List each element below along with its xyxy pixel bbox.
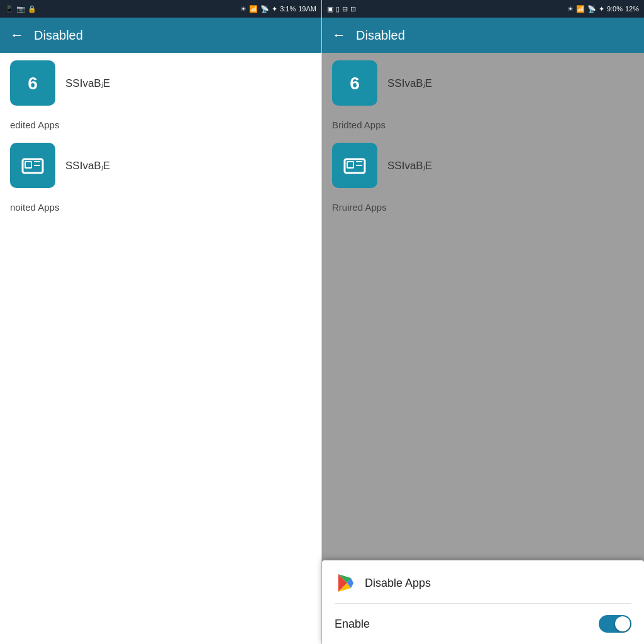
left-section-label-1: edited Apps: [0, 113, 321, 135]
right-phone-icon: ▯: [336, 5, 340, 13]
right-section-label-1: Bridted Apps: [322, 113, 644, 135]
app-icon-svg-2: [18, 150, 48, 180]
right-app-name-1: SSIvaBⱼE: [387, 77, 432, 90]
right-app-icon-2: [332, 143, 377, 188]
enable-toggle[interactable]: [599, 615, 631, 633]
svg-text:6: 6: [350, 74, 360, 93]
right-back-button[interactable]: ←: [332, 27, 346, 43]
left-app-icon-1: 6: [10, 60, 55, 106]
right-toolbar-title: Disabled: [356, 28, 405, 43]
left-status-icons: 📱 📷 🔒: [5, 5, 36, 13]
dialog-enable-row: Enable: [322, 604, 644, 644]
right-panel: ▣ ▯ ⊟ ⊡ ☀ 📶 📡 ✦ 9:0% 12% ← Disabled 6: [322, 0, 644, 644]
right-status-right: ☀ 📶 📡 ✦ 9:0% 12%: [567, 5, 639, 13]
left-app-name-1: SSIvaBⱼE: [65, 77, 110, 90]
right-app-item-1[interactable]: 6 SSIvaBⱼE: [322, 53, 644, 113]
right-app-item-2[interactable]: SSIvaBⱼE: [322, 135, 644, 196]
left-back-button[interactable]: ←: [10, 27, 24, 43]
right-app-icon-svg-2: [340, 150, 370, 180]
right-status-bar: ▣ ▯ ⊟ ⊡ ☀ 📶 📡 ✦ 9:0% 12%: [322, 0, 644, 18]
right-section-label-2: Rruired Apps: [322, 196, 644, 218]
right-battery-text: 9:0%: [607, 5, 623, 13]
left-content: 6 SSIvaBⱼE edited Apps SSIvaBⱼE noited A…: [0, 53, 321, 644]
dialog-enable-label: Enable: [335, 618, 370, 631]
left-section-label-2: noited Apps: [0, 196, 321, 218]
left-app-item-2[interactable]: SSIvaBⱼE: [0, 135, 321, 196]
left-status-right: ☀ 📶 📡 ✦ 3:1% 19ΛM: [240, 5, 316, 13]
right-thermometer-icon: ☀: [567, 5, 574, 13]
right-signal-icon: 📡: [587, 5, 596, 13]
left-app-name-2: SSIvaBⱼE: [65, 159, 110, 172]
left-status-bar: 📱 📷 🔒 ☀ 📶 📡 ✦ 3:1% 19ΛM: [0, 0, 321, 18]
right-sim-icon: ▣: [327, 5, 333, 13]
right-app-name-2: SSIvaBⱼE: [387, 159, 432, 172]
left-app-icon-2: [10, 143, 55, 188]
app-icon-svg-1: 6: [18, 68, 48, 98]
left-app-item-1[interactable]: 6 SSIvaBⱼE: [0, 53, 321, 113]
phone-icon: 📱: [5, 5, 14, 13]
right-status-icons: ▣ ▯ ⊟ ⊡: [327, 5, 356, 13]
right-toolbar: ← Disabled: [322, 18, 644, 53]
svg-text:6: 6: [28, 74, 38, 93]
camera-icon: 📷: [16, 5, 25, 13]
right-app-icon-svg-1: 6: [340, 68, 370, 98]
dialog-header: Disable Apps: [322, 560, 644, 603]
dialog-title: Disable Apps: [365, 577, 431, 590]
bottom-dialog: Disable Apps Enable: [322, 560, 644, 644]
signal-icon: 📡: [260, 5, 269, 13]
right-bluetooth-icon: ✦: [599, 5, 604, 13]
right-barcode-icon: ⊟: [342, 5, 348, 13]
wifi-icon: 📶: [249, 5, 258, 13]
right-content: 6 SSIvaBⱼE Bridted Apps SSIvaBⱼE Rruired…: [322, 53, 644, 644]
left-panel: 📱 📷 🔒 ☀ 📶 📡 ✦ 3:1% 19ΛM ← Disabled 6: [0, 0, 322, 644]
thermometer-icon: ☀: [240, 5, 247, 13]
bluetooth-icon: ✦: [272, 5, 277, 13]
left-toolbar: ← Disabled: [0, 18, 321, 53]
lock-icon: 🔒: [28, 5, 36, 13]
battery-text: 3:1%: [280, 5, 296, 13]
play-store-icon: [335, 572, 357, 594]
left-toolbar-title: Disabled: [34, 28, 83, 43]
right-app-icon-1: 6: [332, 60, 377, 106]
right-wifi-icon: 📶: [576, 5, 585, 13]
storage-text: 19ΛM: [298, 5, 316, 13]
right-camera-icon: ⊡: [350, 5, 356, 13]
right-storage-text: 12%: [625, 5, 639, 13]
